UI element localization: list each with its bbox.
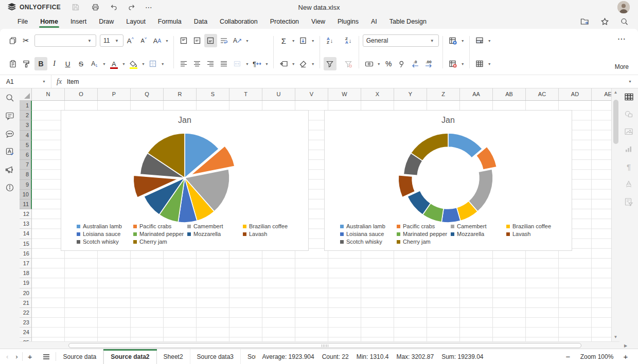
format-as-table-icon[interactable] — [473, 57, 486, 70]
row-header-19[interactable]: 19 — [20, 278, 32, 288]
percent-style-icon[interactable]: % — [382, 57, 395, 70]
menu-tab-insert[interactable]: Insert — [64, 14, 93, 29]
row-header-14[interactable]: 14 — [20, 229, 32, 239]
name-box-caret[interactable]: ▼ — [41, 80, 47, 83]
underline-button[interactable]: U — [61, 57, 74, 70]
autosum-caret[interactable]: ▼ — [291, 39, 296, 43]
column-header-U[interactable]: U — [262, 88, 295, 100]
merge-caret[interactable]: ▼ — [244, 62, 250, 66]
add-sheet-icon[interactable]: + — [23, 349, 38, 364]
clear-caret[interactable]: ▼ — [310, 62, 316, 66]
copy-icon[interactable] — [6, 34, 19, 47]
change-case-caret[interactable]: ▼ — [164, 39, 170, 43]
chat-icon[interactable] — [3, 129, 16, 139]
clear-icon[interactable] — [297, 57, 310, 70]
column-header-AB[interactable]: AB — [493, 88, 526, 100]
spellcheck-icon[interactable] — [3, 147, 16, 157]
align-center-icon[interactable] — [191, 57, 204, 70]
column-header-AA[interactable]: AA — [460, 88, 493, 100]
row-header-15[interactable]: 15 — [20, 239, 32, 249]
scroll-up-icon[interactable]: ▲ — [612, 88, 619, 97]
row-header-7[interactable]: 7 — [20, 160, 32, 170]
font-size-combo[interactable]: 11▼ — [100, 34, 123, 47]
row-header-13[interactable]: 13 — [20, 219, 32, 229]
shape-settings-icon[interactable] — [622, 109, 635, 119]
scroll-down-icon[interactable]: ▼ — [612, 333, 619, 341]
column-header-AC[interactable]: AC — [526, 88, 559, 100]
print-icon[interactable] — [86, 1, 104, 13]
cell-name-box[interactable]: A1 ▼ — [0, 75, 51, 88]
row-header-18[interactable]: 18 — [20, 268, 32, 278]
format-painter-icon[interactable] — [20, 57, 32, 70]
fill-caret[interactable]: ▼ — [310, 39, 316, 43]
row-header-16[interactable]: 16 — [20, 249, 32, 259]
sort-descending-icon[interactable]: ZA↓ — [342, 34, 355, 47]
column-header-N[interactable]: N — [32, 88, 65, 100]
row-header-21[interactable]: 21 — [20, 298, 32, 308]
image-settings-icon[interactable] — [622, 126, 635, 137]
zoom-in-icon[interactable]: + — [618, 352, 633, 361]
sheet-tab-sheet2[interactable]: Sheet2 — [157, 349, 190, 364]
comments-icon[interactable] — [3, 111, 16, 121]
menu-tab-home[interactable]: Home — [34, 14, 64, 29]
slicer-settings-icon[interactable] — [622, 196, 635, 207]
row-header-8[interactable]: 8 — [20, 170, 32, 179]
doughnut-chart-object[interactable]: Jan Australian lambPacific crabsCamember… — [324, 110, 572, 251]
fill-color-icon[interactable] — [127, 57, 140, 70]
delete-cells-caret[interactable]: ▼ — [460, 62, 466, 66]
menu-tab-collaboration[interactable]: Collaboration — [214, 14, 264, 29]
sheet-tab-source-data4[interactable]: Source data4 — [241, 349, 256, 364]
subscript-caret[interactable]: ▼ — [101, 62, 107, 66]
user-avatar[interactable] — [617, 1, 630, 13]
conditional-formatting-icon[interactable] — [473, 34, 486, 47]
zoom-out-icon[interactable]: − — [561, 352, 575, 361]
column-header-Z[interactable]: Z — [427, 88, 460, 100]
named-ranges-icon[interactable] — [277, 57, 290, 70]
cut-icon[interactable]: ✂ — [20, 34, 32, 47]
feedback-icon[interactable] — [3, 165, 16, 175]
borders-icon[interactable] — [147, 57, 160, 70]
merge-cells-icon[interactable] — [231, 57, 244, 70]
customize-quick-access-icon[interactable]: ⋯ — [140, 1, 157, 13]
sheet-tab-source-data2[interactable]: Source data2 — [103, 349, 156, 364]
menu-tab-plugins[interactable]: Plugins — [331, 14, 365, 29]
sheet-nav-next-icon[interactable]: › — [15, 353, 17, 360]
favorites-star-icon[interactable] — [598, 15, 611, 28]
formula-bar-expand-caret[interactable]: ▼ — [622, 80, 638, 83]
column-header-Q[interactable]: Q — [131, 88, 164, 100]
select-all-corner[interactable] — [20, 88, 32, 101]
row-header-12[interactable]: 12 — [20, 209, 32, 219]
sheet-tab-source-data[interactable]: Source data — [56, 349, 103, 364]
menu-tab-data[interactable]: Data — [188, 14, 214, 29]
wrap-text-icon[interactable] — [218, 34, 231, 47]
formula-input[interactable]: Item — [67, 78, 622, 85]
row-header-3[interactable]: 3 — [20, 120, 32, 130]
row-header-4[interactable]: 4 — [20, 131, 32, 140]
column-header-S[interactable]: S — [197, 88, 229, 100]
change-case-icon[interactable]: AA — [151, 34, 164, 47]
menu-tab-table-design[interactable]: Table Design — [383, 14, 433, 29]
row-header-6[interactable]: 6 — [20, 150, 32, 160]
slice-cherry-jam[interactable] — [411, 133, 448, 161]
column-header-AE[interactable]: AE — [592, 88, 611, 100]
autosum-icon[interactable]: Σ — [277, 34, 290, 47]
bold-button[interactable]: B — [34, 57, 47, 70]
column-header-O[interactable]: O — [65, 88, 98, 100]
about-icon[interactable] — [3, 183, 16, 193]
align-left-icon[interactable] — [178, 57, 190, 70]
accounting-caret[interactable]: ▼ — [376, 62, 382, 66]
save-icon[interactable] — [67, 1, 84, 13]
menu-tab-layout[interactable]: Layout — [120, 14, 152, 29]
row-header-25[interactable]: 25 — [20, 338, 32, 342]
decrease-font-icon[interactable]: A˅ — [137, 34, 150, 47]
column-header-T[interactable]: T — [229, 88, 262, 100]
search-panel-icon[interactable] — [3, 93, 16, 103]
font-color-caret[interactable]: ▼ — [121, 62, 127, 66]
chart-settings-icon[interactable] — [622, 144, 635, 154]
strikethrough-button[interactable]: S — [75, 57, 87, 70]
menu-tab-ai[interactable]: AI — [365, 14, 383, 29]
align-middle-icon[interactable] — [191, 34, 204, 47]
horizontal-scroll-thumb[interactable] — [68, 343, 581, 348]
row-header-11[interactable]: 11 — [20, 199, 32, 209]
slice-loisiana-sauce[interactable] — [441, 208, 460, 223]
